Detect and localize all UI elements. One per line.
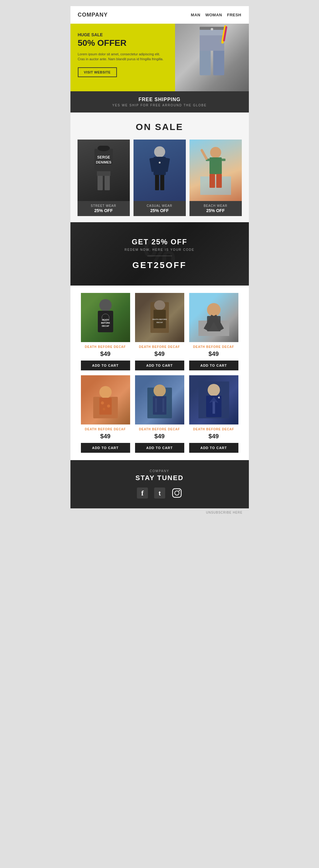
svg-point-53 [153, 384, 166, 397]
product-6-visual [198, 381, 229, 418]
svg-rect-8 [94, 149, 113, 170]
svg-text:BEFORE: BEFORE [101, 322, 110, 324]
beach-wear-name: BEACH WEAR [192, 204, 239, 208]
street-wear-label: STREET WEAR 25% OFF [78, 201, 130, 216]
add-to-cart-button-2[interactable]: ADD TO CART [135, 361, 184, 370]
unsubscribe-bar: UNSUBSCRIBE HERE [70, 508, 249, 517]
nav-fresh[interactable]: FRESH [227, 12, 241, 17]
svg-point-69 [175, 491, 179, 495]
coupon-banner: % GET 25% OFF REDEM NOW, HERE IS YOUR CO… [70, 222, 249, 285]
svg-rect-24 [209, 157, 222, 174]
product-image-6 [189, 375, 238, 425]
svg-text:f: f [141, 489, 144, 497]
header-nav: MAN WOMAN FRESH [191, 12, 241, 17]
casual-wear-visual [144, 146, 175, 195]
street-wear-discount: 25% OFF [80, 208, 127, 213]
on-sale-title: ON SALE [77, 122, 243, 132]
coupon-bg-decoration: % [70, 222, 249, 285]
products-section: DEATH BEFORE DECAF DEATH BEFORE DECAF $4… [70, 285, 249, 460]
svg-point-47 [99, 386, 112, 398]
on-sale-section: ON SALE SERGE DENIMES [70, 113, 249, 222]
product-card-4: DEATH BEFORE DECAF $49 ADD TO CART [81, 375, 130, 453]
product-image-2: DEATH BEFORE DECAF [135, 293, 184, 342]
products-grid: DEATH BEFORE DECAF DEATH BEFORE DECAF $4… [76, 293, 244, 453]
product-price-6: $49 [189, 433, 238, 440]
svg-rect-56 [163, 398, 164, 412]
svg-point-42 [207, 303, 221, 317]
product-name-1: DEATH BEFORE DECAF [81, 345, 130, 348]
product-price-1: $49 [81, 350, 130, 358]
product-name-3: DEATH BEFORE DECAF [189, 345, 238, 348]
hero-sale-tag: HUGE SALE [78, 32, 168, 37]
nav-man[interactable]: MAN [191, 12, 200, 17]
add-to-cart-button-6[interactable]: ADD TO CART [189, 443, 238, 453]
shipping-bar: FREE SHIPPING YES WE SHIP FOR FREE ARROU… [70, 91, 249, 113]
beach-wear-discount: 25% OFF [192, 208, 239, 213]
product-5-visual [144, 381, 175, 418]
product-name-6: DEATH BEFORE DECAF [189, 428, 238, 431]
beach-wear-visual [200, 146, 231, 195]
unsubscribe-link[interactable]: UNSUBSCRIBE HERE [206, 511, 243, 514]
street-wear-name: STREET WEAR [80, 204, 127, 208]
shipping-title: FREE SHIPPING [77, 97, 243, 102]
hero-description: Lorem ipsum dolor sit amet, consectetur … [78, 52, 168, 62]
product-name-5: DEATH BEFORE DECAF [135, 428, 184, 431]
product-image-3 [189, 293, 238, 342]
svg-point-49 [101, 401, 104, 404]
street-wear-visual: SERGE DENIMES [88, 146, 119, 195]
svg-text:DEATH BEFORE: DEATH BEFORE [152, 318, 167, 320]
nav-woman[interactable]: WOMAN [205, 12, 222, 17]
add-to-cart-button-3[interactable]: ADD TO CART [189, 361, 238, 370]
svg-rect-22 [200, 177, 231, 195]
product-4-visual [90, 381, 121, 418]
svg-point-5 [211, 28, 213, 30]
category-casual-wear[interactable]: CASUAL WEAR 25% OFF [134, 140, 186, 216]
add-to-cart-button-1[interactable]: ADD TO CART [81, 361, 130, 370]
social-icons: f t [77, 487, 243, 499]
hero-banner: HUGE SALE 50% OFFER Lorem ipsum dolor si… [70, 24, 249, 91]
casual-wear-name: CASUAL WEAR [136, 204, 183, 208]
hero-clothing-visual [181, 24, 243, 91]
product-2-visual: DEATH BEFORE DECAF [144, 299, 175, 336]
category-street-wear[interactable]: SERGE DENIMES STREET WEAR 25% OFF [78, 140, 130, 216]
svg-rect-3 [200, 35, 224, 51]
svg-point-30 [99, 299, 112, 311]
facebook-icon[interactable]: f [136, 487, 149, 499]
product-card-1: DEATH BEFORE DECAF DEATH BEFORE DECAF $4… [81, 293, 130, 370]
header: COMPANY MAN WOMAN FRESH [70, 6, 249, 24]
casual-wear-image [134, 140, 186, 201]
svg-rect-13 [97, 171, 110, 176]
svg-rect-68 [173, 489, 181, 497]
product-image-5 [135, 375, 184, 425]
coupon-code: GET25OFF [77, 260, 243, 270]
svg-rect-54 [153, 396, 167, 415]
coupon-title: GET 25% OFF [77, 238, 243, 246]
product-name-4: DEATH BEFORE DECAF [81, 428, 130, 431]
svg-line-29 [202, 150, 206, 159]
svg-rect-26 [222, 159, 226, 161]
product-price-5: $49 [135, 433, 184, 440]
product-card-5: DEATH BEFORE DECAF $49 ADD TO CART [135, 375, 184, 453]
add-to-cart-button-5[interactable]: ADD TO CART [135, 443, 184, 453]
company-logo: COMPANY [78, 12, 108, 18]
twitter-icon[interactable]: t [153, 487, 166, 499]
svg-rect-27 [209, 174, 215, 188]
svg-rect-28 [216, 174, 222, 188]
visit-website-button[interactable]: VISIT WEBSITE [78, 67, 117, 77]
instagram-icon[interactable] [171, 487, 183, 499]
product-price-2: $49 [135, 350, 184, 358]
footer-company: COMPANY [77, 469, 243, 473]
category-beach-wear[interactable]: BEACH WEAR 25% OFF [190, 140, 242, 216]
svg-point-51 [103, 408, 105, 410]
casual-wear-discount: 25% OFF [136, 208, 183, 213]
product-name-2: DEATH BEFORE DECAF [135, 345, 184, 348]
svg-point-23 [210, 147, 221, 158]
add-to-cart-button-4[interactable]: ADD TO CART [81, 443, 130, 453]
footer-tagline: STAY TUNED [77, 474, 243, 482]
beach-wear-image [190, 140, 242, 201]
product-card-6: DEATH BEFORE DECAF $49 ADD TO CART [189, 375, 238, 453]
footer: COMPANY STAY TUNED f t [70, 460, 249, 508]
svg-rect-19 [155, 175, 159, 190]
svg-rect-16 [153, 157, 166, 175]
product-price-3: $49 [189, 350, 238, 358]
